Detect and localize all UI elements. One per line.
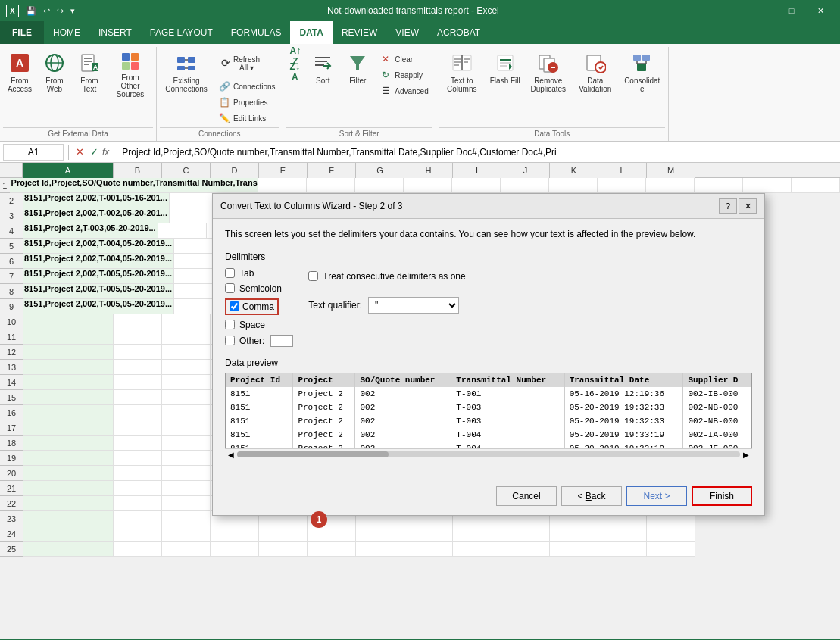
next-button[interactable]: Next >	[626, 486, 687, 506]
hscroll-right-btn[interactable]: ▶	[743, 451, 749, 459]
ribbon-group-external-data-label: Get External Data	[3, 127, 153, 139]
cancel-button[interactable]: Cancel	[496, 486, 557, 506]
sort-az-buttons: A↑Z Z↓A	[286, 48, 305, 80]
edit-links-button[interactable]: ✏️ Edit Links	[214, 111, 279, 126]
clear-icon: ✕	[379, 53, 392, 65]
from-other-sources-label: From OtherSources	[111, 73, 149, 98]
maximize-button[interactable]: □	[778, 0, 805, 21]
svg-rect-47	[642, 55, 650, 61]
properties-icon: 📋	[218, 96, 230, 108]
connections-label: Connections	[233, 83, 276, 91]
from-web-button[interactable]: FromWeb	[38, 48, 71, 97]
dialog-content: This screen lets you set the delimiters …	[213, 219, 764, 480]
hscroll-track[interactable]	[237, 451, 740, 457]
data-validation-label: Data Validation	[576, 76, 614, 93]
formula-input[interactable]	[119, 145, 837, 159]
reapply-button[interactable]: ↻ Reapply	[376, 67, 432, 83]
data-preview-hscroll[interactable]: ◀ ▶	[225, 448, 752, 460]
menu-acrobat[interactable]: ACROBAT	[428, 21, 489, 44]
svg-rect-13	[122, 62, 130, 70]
preview-row-5: 8151 Project 2 002 T-004 05-20-2019 19:3…	[226, 442, 751, 448]
flash-fill-button[interactable]: Flash Fill	[486, 48, 524, 97]
existing-connections-icon	[174, 51, 198, 75]
comma-delimiter-row: Comma	[225, 298, 293, 315]
sort-label: Sort	[316, 76, 329, 85]
preview-row-3: 8151 Project 2 002 T-003 05-20-2019 19:3…	[226, 414, 751, 428]
preview-cell: 8151	[226, 428, 293, 442]
comma-checkbox[interactable]	[230, 301, 239, 311]
consolidate-button[interactable]: Consolidate	[620, 48, 665, 97]
hscroll-left-btn[interactable]: ◀	[228, 451, 234, 459]
name-box[interactable]	[3, 144, 64, 161]
svg-rect-12	[131, 53, 139, 61]
clear-label: Clear	[395, 55, 413, 64]
from-other-sources-button[interactable]: From OtherSources	[108, 48, 153, 97]
preview-col-projectid: Project Id	[226, 373, 293, 387]
semicolon-checkbox[interactable]	[225, 283, 235, 293]
svg-rect-16	[188, 57, 195, 63]
menu-home[interactable]: HOME	[44, 21, 89, 44]
close-button[interactable]: ✕	[807, 0, 834, 21]
delimiters-title: Delimiters	[225, 251, 752, 262]
properties-button[interactable]: 📋 Properties	[214, 95, 279, 110]
text-to-columns-icon	[450, 51, 474, 75]
formula-divider	[68, 145, 69, 160]
filter-button[interactable]: Filter	[341, 48, 374, 97]
preview-col-transmittaldate: Transmittal Date	[564, 373, 683, 387]
connections-button[interactable]: 🔗 Connections	[214, 79, 279, 94]
formula-cancel-button[interactable]: ✕	[73, 146, 86, 158]
from-access-button[interactable]: A FromAccess	[3, 48, 36, 97]
refresh-all-button[interactable]: ⟳ RefreshAll ▾	[214, 50, 267, 77]
preview-cell: T-003	[451, 414, 564, 428]
preview-col-transmittalnum: Transmittal Number	[451, 373, 564, 387]
text-to-columns-button[interactable]: Text to Columns	[439, 48, 485, 97]
treat-consecutive-checkbox[interactable]	[308, 271, 318, 281]
redo-button[interactable]: ↪	[55, 5, 66, 17]
finish-button[interactable]: Finish	[692, 486, 752, 506]
existing-connections-button[interactable]: ExistingConnections	[160, 48, 213, 97]
tab-checkbox[interactable]	[225, 268, 235, 278]
undo-button[interactable]: ↩	[41, 5, 52, 17]
sort-filter-small: ✕ Clear ↻ Reapply ☰ Advanced	[376, 52, 432, 98]
preview-row-1: 8151 Project 2 002 T-001 05-16-2019 12:1…	[226, 387, 751, 401]
sort-za-button[interactable]: Z↓A	[286, 64, 305, 80]
other-delimiter-input[interactable]	[270, 335, 293, 347]
minimize-button[interactable]: ─	[749, 0, 776, 21]
preview-cell: T-003	[451, 401, 564, 414]
svg-point-43	[595, 62, 606, 73]
data-validation-button[interactable]: Data Validation	[573, 48, 618, 97]
text-qualifier-select[interactable]: " ' {none}	[368, 297, 459, 314]
menu-insert[interactable]: INSERT	[89, 21, 141, 44]
svg-rect-14	[131, 62, 139, 70]
remove-duplicates-button[interactable]: Remove Duplicates	[526, 48, 571, 97]
svg-rect-11	[122, 53, 130, 61]
clear-button[interactable]: ✕ Clear	[376, 52, 432, 67]
text-qualifier-row: Text qualifier: " ' {none}	[308, 297, 465, 314]
space-checkbox[interactable]	[225, 320, 235, 329]
ribbon: A FromAccess FromWeb A FromText	[0, 44, 840, 142]
save-button[interactable]: 💾	[23, 5, 39, 17]
dialog-help-button[interactable]: ?	[719, 198, 737, 214]
menu-formulas[interactable]: FORMULAS	[222, 21, 291, 44]
back-button-label: < Back	[577, 491, 605, 501]
menu-review[interactable]: REVIEW	[333, 21, 386, 44]
sort-button[interactable]: Sort	[306, 48, 339, 97]
from-text-label: FromText	[80, 76, 98, 93]
menu-data[interactable]: DATA	[290, 21, 333, 44]
convert-text-dialog: Convert Text to Columns Wizard - Step 2 …	[212, 193, 765, 516]
preview-cell: 002-NB-000	[683, 401, 751, 414]
dialog-close-button[interactable]: ✕	[739, 198, 757, 214]
menu-file[interactable]: FILE	[0, 21, 44, 44]
back-button[interactable]: < Back	[561, 486, 622, 506]
menu-page-layout[interactable]: PAGE LAYOUT	[141, 21, 222, 44]
other-checkbox[interactable]	[225, 336, 235, 345]
data-preview-table-wrapper[interactable]: Project Id Project SO/Quote number Trans…	[225, 373, 752, 448]
menu-view[interactable]: VIEW	[386, 21, 428, 44]
ribbon-group-external-data: A FromAccess FromWeb A FromText	[0, 47, 157, 141]
formula-confirm-button[interactable]: ✓	[88, 146, 101, 158]
dialog-overlay: Convert Text to Columns Wizard - Step 2 …	[0, 163, 840, 640]
from-text-button[interactable]: A FromText	[73, 48, 106, 97]
customize-qa-button[interactable]: ▾	[68, 5, 77, 17]
advanced-button[interactable]: ☰ Advanced	[376, 83, 432, 98]
hscroll-thumb[interactable]	[237, 451, 389, 457]
